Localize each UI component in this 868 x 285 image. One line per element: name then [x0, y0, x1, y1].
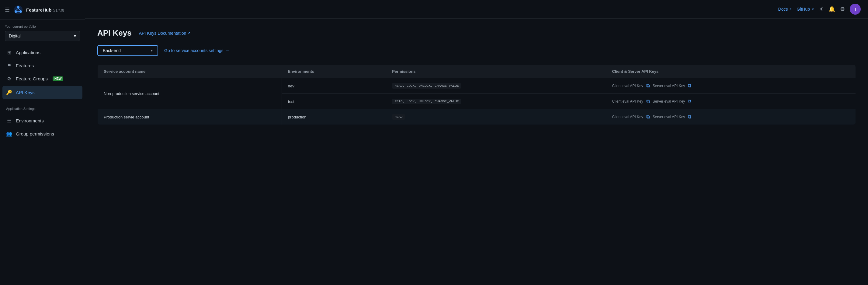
gear-icon: ⚙ — [6, 76, 12, 82]
chevron-down-icon: ▾ — [74, 33, 76, 38]
sidebar-item-applications[interactable]: ⊞ Applications — [0, 46, 85, 59]
api-key-cell: Client eval API Key ⧉ Server eval API Ke… — [612, 98, 849, 105]
client-key-label: Client eval API Key — [612, 115, 643, 119]
copy-icon: ⧉ — [688, 114, 691, 119]
portfolio-label: Your current portfolio — [5, 25, 80, 28]
permission-badge: READ — [392, 114, 405, 120]
docs-label: Docs — [778, 7, 788, 11]
sidebar-item-label: Feature Groups — [16, 76, 48, 81]
svg-point-1 — [17, 6, 20, 8]
sidebar-item-label: Features — [16, 63, 34, 68]
copy-client-key-button[interactable]: ⧉ — [646, 98, 650, 105]
arrow-icon: → — [225, 48, 229, 53]
sidebar-item-label: Applications — [16, 50, 40, 55]
api-keys-doc-link[interactable]: API Keys Documentation ↗ — [139, 31, 191, 36]
dropdown-value: Back-end — [103, 48, 121, 53]
doc-link-label: API Keys Documentation — [139, 31, 186, 36]
service-account-name: Non-production service account — [98, 78, 282, 109]
th-api-keys: Client & Server API Keys — [606, 65, 856, 78]
avatar[interactable]: I — [850, 4, 861, 15]
grid-icon: ⊞ — [6, 50, 12, 55]
copy-icon: ⧉ — [646, 114, 650, 119]
api-keys-table: Service account name Environments Permis… — [97, 64, 856, 125]
copy-client-key-button[interactable]: ⧉ — [646, 114, 650, 120]
environment-cell: test — [282, 94, 386, 109]
featurehub-logo — [13, 4, 24, 15]
logo-text: FeatureHub — [26, 7, 52, 12]
th-environments: Environments — [282, 65, 386, 78]
copy-icon: ⧉ — [688, 98, 691, 104]
docs-link[interactable]: Docs ↗ — [778, 7, 792, 11]
copy-icon: ⧉ — [646, 83, 650, 88]
copy-icon: ⧉ — [646, 98, 650, 104]
sidebar-item-features[interactable]: ⚑ Features — [0, 59, 85, 72]
notifications-button[interactable]: 🔔 — [829, 6, 835, 12]
sidebar-item-label: Group permissions — [16, 131, 54, 136]
copy-server-key-button[interactable]: ⧉ — [687, 98, 692, 105]
github-label: GitHub — [797, 7, 810, 11]
table-row: Production servie account production REA… — [98, 109, 856, 125]
table-header-row: Service account name Environments Permis… — [98, 65, 856, 78]
people-icon: 👥 — [6, 131, 12, 137]
server-key-label: Server eval API Key — [653, 115, 685, 119]
permission-badge: READ, LOCK, UNLOCK, CHANGE_VALUE — [392, 83, 461, 89]
settings-nav-section: ☰ Environments 👥 Group permissions — [0, 112, 85, 143]
hamburger-icon[interactable]: ☰ — [5, 6, 10, 13]
service-account-name: Production servie account — [98, 109, 282, 125]
copy-icon: ⧉ — [688, 83, 691, 88]
portfolio-value: Digital — [9, 33, 21, 38]
nav-section: ⊞ Applications ⚑ Features ⚙ Feature Grou… — [0, 44, 85, 102]
main-content: Docs ↗ GitHub ↗ ☀ 🔔 ⚙ I API Keys API Key… — [85, 0, 868, 285]
service-accounts-link[interactable]: Go to service accounts settings → — [164, 48, 229, 53]
backend-dropdown[interactable]: Back-end ▾ — [97, 45, 158, 56]
portfolio-section: Your current portfolio Digital ▾ — [0, 20, 85, 44]
copy-server-key-button[interactable]: ⧉ — [687, 114, 692, 120]
settings-button[interactable]: ⚙ — [840, 6, 845, 12]
theme-toggle-button[interactable]: ☀ — [819, 6, 824, 12]
logo-area: FeatureHub (v1.7.0) — [13, 4, 64, 15]
sidebar-item-group-permissions[interactable]: 👥 Group permissions — [0, 127, 85, 140]
environment-cell: dev — [282, 78, 386, 94]
sidebar-item-feature-groups[interactable]: ⚙ Feature Groups NEW — [0, 72, 85, 85]
environment-cell: production — [282, 109, 386, 125]
new-badge: NEW — [53, 77, 63, 81]
list-icon: ☰ — [6, 118, 12, 124]
server-key-label: Server eval API Key — [653, 99, 685, 104]
service-accounts-label: Go to service accounts settings — [164, 48, 223, 53]
sidebar-item-label: Environments — [16, 118, 44, 123]
sidebar: ☰ FeatureHub (v1.7.0) Your current portf… — [0, 0, 85, 285]
copy-client-key-button[interactable]: ⧉ — [646, 83, 650, 89]
chevron-down-icon: ▾ — [151, 49, 153, 53]
version-text: (v1.7.0) — [53, 8, 64, 12]
client-key-label: Client eval API Key — [612, 84, 643, 88]
settings-icon: ⚙ — [840, 6, 845, 12]
portfolio-dropdown[interactable]: Digital ▾ — [5, 31, 80, 41]
external-link-icon: ↗ — [789, 7, 792, 11]
sidebar-item-environments[interactable]: ☰ Environments — [0, 114, 85, 127]
external-link-icon: ↗ — [187, 31, 190, 35]
github-link[interactable]: GitHub ↗ — [797, 7, 814, 11]
content-area: API Keys API Keys Documentation ↗ Back-e… — [85, 19, 868, 285]
api-key-cell: Client eval API Key ⧉ Server eval API Ke… — [612, 114, 849, 120]
copy-server-key-button[interactable]: ⧉ — [687, 83, 692, 89]
page-title-row: API Keys API Keys Documentation ↗ — [97, 28, 856, 38]
topbar: Docs ↗ GitHub ↗ ☀ 🔔 ⚙ I — [85, 0, 868, 19]
sun-icon: ☀ — [819, 6, 824, 12]
sidebar-item-label: API Keys — [16, 90, 35, 95]
key-icon: 🔑 — [6, 89, 12, 95]
client-key-label: Client eval API Key — [612, 99, 643, 104]
flag-icon: ⚑ — [6, 63, 12, 68]
th-service-account-name: Service account name — [98, 65, 282, 78]
filter-row: Back-end ▾ Go to service accounts settin… — [97, 45, 856, 56]
sidebar-item-api-keys[interactable]: 🔑 API Keys — [2, 86, 83, 99]
sidebar-header: ☰ FeatureHub (v1.7.0) — [0, 0, 85, 20]
bell-icon: 🔔 — [829, 6, 835, 12]
page-title: API Keys — [97, 28, 132, 38]
avatar-letter: I — [855, 7, 856, 12]
permission-badge: READ, LOCK, UNLOCK, CHANGE_VALUE — [392, 98, 461, 104]
api-key-cell: Client eval API Key ⧉ Server eval API Ke… — [612, 83, 849, 89]
th-permissions: Permissions — [386, 65, 606, 78]
table-row: Non-production service account dev READ,… — [98, 78, 856, 94]
server-key-label: Server eval API Key — [653, 84, 685, 88]
external-link-icon: ↗ — [811, 7, 814, 11]
